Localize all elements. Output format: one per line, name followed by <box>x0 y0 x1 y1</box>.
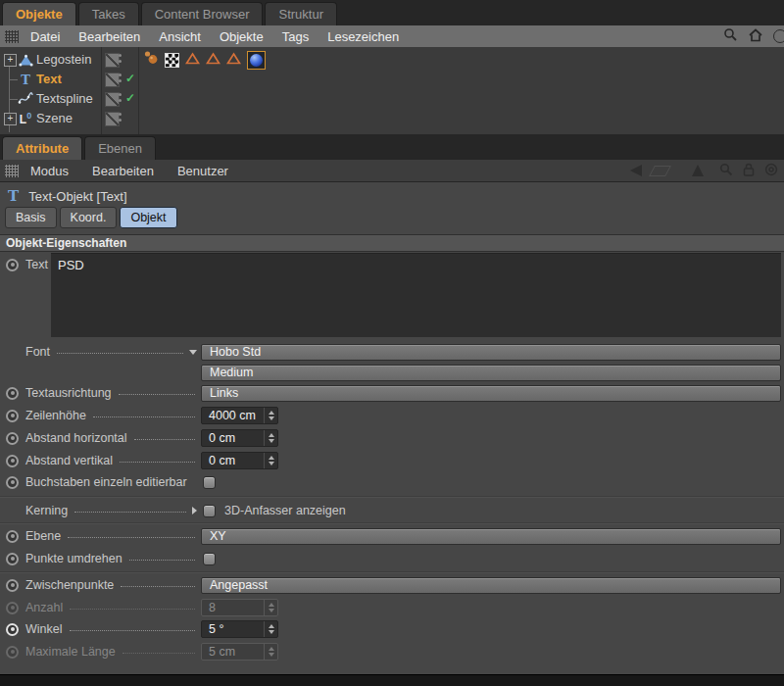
layer-chip-icon[interactable] <box>105 73 120 87</box>
null-object-icon[interactable]: L0 <box>18 111 33 126</box>
search-icon[interactable] <box>719 163 733 179</box>
visibility-dots-icon[interactable] <box>119 113 122 122</box>
menu-ansicht[interactable]: Ansicht <box>159 29 201 44</box>
object-name[interactable]: Textspline <box>36 91 93 106</box>
visibility-dots-icon[interactable] <box>119 54 122 63</box>
enabled-check-icon[interactable] <box>125 91 135 105</box>
history-forward-icon[interactable] <box>649 166 671 176</box>
show-3d-handles-checkbox[interactable] <box>203 505 216 517</box>
enabled-check-icon[interactable] <box>125 72 135 85</box>
stepper[interactable] <box>264 453 277 468</box>
anim-dot[interactable] <box>6 623 19 636</box>
anim-dot[interactable] <box>6 387 19 400</box>
tab-content-browser[interactable]: Content Browser <box>141 2 264 25</box>
spline-object-icon[interactable] <box>18 91 33 107</box>
lock-icon[interactable] <box>743 163 755 179</box>
polygon-object-icon[interactable] <box>18 52 33 68</box>
prop-label: Buchstaben einzeln editierbar <box>25 475 187 489</box>
stepper[interactable] <box>264 621 277 637</box>
anim-dot[interactable] <box>6 432 19 445</box>
polygon-selection-tag-icon[interactable] <box>226 51 241 69</box>
tab-objekt[interactable]: Objekt <box>120 207 176 228</box>
font-family-dropdown[interactable]: Hobo Std <box>201 344 781 361</box>
tab-ebenen[interactable]: Ebenen <box>84 136 156 160</box>
object-row[interactable]: L0 Szene <box>0 109 784 128</box>
layer-chip-icon[interactable] <box>105 92 120 107</box>
step-down-icon[interactable] <box>269 630 274 634</box>
material-tag-icon[interactable] <box>247 51 266 70</box>
anim-dot[interactable] <box>6 410 19 422</box>
step-up-icon[interactable] <box>269 433 274 437</box>
v-spacing-field[interactable]: 0 cm <box>201 452 278 469</box>
polygon-selection-tag-icon[interactable] <box>185 51 200 69</box>
stepper[interactable] <box>264 408 277 423</box>
tab-objekte[interactable]: Objekte <box>2 2 76 25</box>
material-ball-icon <box>250 54 263 67</box>
separate-letters-checkbox[interactable] <box>203 476 216 489</box>
step-up-icon[interactable] <box>269 456 274 460</box>
anim-dot[interactable] <box>6 455 19 467</box>
anim-dot[interactable] <box>6 259 19 271</box>
plane-dropdown[interactable]: XY <box>201 528 781 545</box>
menu-datei[interactable]: Datei <box>30 29 60 44</box>
object-name[interactable]: Text <box>36 72 62 86</box>
menu-bearbeiten[interactable]: Bearbeiten <box>92 164 154 178</box>
reverse-points-checkbox[interactable] <box>203 553 216 565</box>
intermediate-points-dropdown[interactable]: Angepasst <box>201 577 781 594</box>
home-icon[interactable] <box>748 28 763 45</box>
history-back-icon[interactable] <box>630 165 642 176</box>
menu-tags[interactable]: Tags <box>282 29 309 44</box>
tab-attribute[interactable]: Attribute <box>2 136 82 160</box>
expand-icon[interactable] <box>4 113 17 125</box>
layer-chip-icon[interactable] <box>105 53 120 68</box>
prop-label: Maximale Länge <box>25 645 116 659</box>
text-object-icon[interactable]: T <box>18 72 33 87</box>
angle-field[interactable]: 5 ° <box>201 620 278 638</box>
compositing-tag-icon[interactable] <box>165 53 179 68</box>
step-down-icon[interactable] <box>269 439 274 443</box>
text-content-field[interactable]: PSD <box>51 253 781 337</box>
menu-benutzer[interactable]: Benutzer <box>177 164 228 178</box>
search-icon[interactable] <box>723 27 738 45</box>
partial-icon[interactable] <box>773 29 784 43</box>
tab-koord[interactable]: Koord. <box>60 207 118 228</box>
anim-dot[interactable] <box>6 530 19 543</box>
parent-up-icon[interactable] <box>692 165 704 176</box>
object-row[interactable]: Textspline <box>0 89 784 109</box>
visibility-dots-icon[interactable] <box>119 74 122 82</box>
expand-icon[interactable] <box>4 54 17 67</box>
section-header[interactable]: Objekt-Eigenschaften <box>0 234 784 252</box>
grip-icon[interactable] <box>5 30 19 43</box>
expand-arrow-icon[interactable] <box>192 507 197 514</box>
object-row[interactable]: T Text <box>0 70 784 89</box>
tab-takes[interactable]: Takes <box>78 2 139 25</box>
text-align-dropdown[interactable]: Links <box>201 385 781 402</box>
font-style-dropdown[interactable]: Medium <box>201 365 781 381</box>
polygon-selection-tag-icon[interactable] <box>206 51 220 69</box>
tab-struktur[interactable]: Struktur <box>265 2 337 25</box>
layer-chip-icon[interactable] <box>105 112 120 126</box>
visibility-dots-icon[interactable] <box>119 93 122 102</box>
target-icon[interactable] <box>764 163 778 179</box>
menu-lesezeichen[interactable]: Lesezeichen <box>327 29 399 44</box>
anim-dot[interactable] <box>6 553 19 565</box>
phong-tag-icon[interactable] <box>143 50 159 70</box>
step-up-icon[interactable] <box>269 411 274 415</box>
anim-dot[interactable] <box>6 579 19 592</box>
object-name[interactable]: Szene <box>36 111 73 125</box>
menu-modus[interactable]: Modus <box>30 164 69 178</box>
menu-bearbeiten[interactable]: Bearbeiten <box>78 29 140 44</box>
stepper[interactable] <box>264 430 277 446</box>
grip-icon[interactable] <box>5 165 19 177</box>
h-spacing-field[interactable]: 0 cm <box>201 429 278 447</box>
step-up-icon[interactable] <box>269 624 274 628</box>
menu-objekte[interactable]: Objekte <box>220 29 264 44</box>
line-height-field[interactable]: 4000 cm <box>201 407 278 424</box>
dropdown-arrow-icon[interactable] <box>189 350 197 355</box>
object-row[interactable]: Legostein <box>0 50 784 70</box>
tab-basis[interactable]: Basis <box>5 207 57 228</box>
anim-dot[interactable] <box>6 476 19 489</box>
object-name[interactable]: Legostein <box>36 52 91 67</box>
step-down-icon[interactable] <box>269 416 274 420</box>
step-down-icon[interactable] <box>269 462 274 466</box>
